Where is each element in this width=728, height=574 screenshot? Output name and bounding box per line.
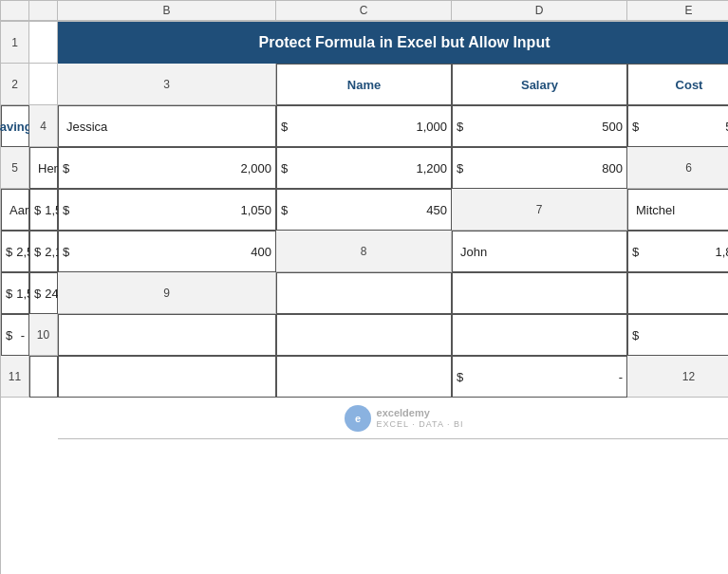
row-header-1: 1 — [1, 22, 29, 64]
cell-e8: $ 240 — [29, 272, 58, 314]
cell-d11[interactable] — [276, 356, 452, 398]
cell-b9[interactable] — [276, 272, 452, 314]
col-header-c: C — [276, 1, 452, 22]
th-salary: Salary — [452, 64, 627, 105]
cell-d5[interactable]: $ 1,200 — [276, 147, 452, 189]
cell-b11[interactable] — [29, 356, 58, 398]
row-header-3: 3 — [58, 64, 276, 105]
watermark-text: exceldemy EXCEL · DATA · BI — [377, 406, 464, 431]
cell-d10[interactable] — [452, 314, 627, 356]
cell-a2 — [29, 64, 58, 105]
cell-d7[interactable]: $ 2,100 — [29, 231, 58, 272]
watermark: e exceldemy EXCEL · DATA · BI — [345, 405, 464, 432]
col-header-b: B — [58, 1, 276, 22]
spreadsheet: B C D E 1 Protect Formula in Excel but A… — [0, 0, 728, 574]
cell-d9[interactable] — [627, 272, 728, 314]
cell-c6[interactable]: $ 1,500 — [29, 189, 58, 231]
title-text: Protect Formula in Excel but Allow Input — [259, 34, 551, 51]
cell-b10[interactable] — [58, 314, 276, 356]
cell-c9[interactable] — [452, 272, 627, 314]
cell-c5[interactable]: $ 2,000 — [58, 147, 276, 189]
corner-header — [1, 1, 29, 22]
cell-e4: $ 500 — [627, 105, 728, 147]
cell-c7[interactable]: $ 2,500 — [1, 231, 29, 272]
cell-b7[interactable]: Mitchel — [627, 189, 728, 231]
col-header-e: E — [627, 1, 728, 22]
row-header-4: 4 — [29, 105, 58, 147]
cell-c4[interactable]: $ 1,000 — [276, 105, 452, 147]
row-header-2: 2 — [1, 64, 29, 105]
cell-e6: $ 450 — [276, 189, 452, 231]
cell-c8[interactable]: $ 1,800 — [627, 231, 728, 272]
watermark-logo: e — [345, 405, 371, 432]
cell-d4[interactable]: $ 500 — [452, 105, 627, 147]
cell-e11: $ - — [452, 356, 627, 398]
cell-b4[interactable]: Jessica — [58, 105, 276, 147]
cell-a1 — [29, 22, 58, 64]
row-header-6: 6 — [627, 147, 728, 189]
th-cost: Cost — [627, 64, 728, 105]
row-header-12: 12 — [627, 356, 728, 398]
cell-b5[interactable]: Henderson — [29, 147, 58, 189]
col-header-d: D — [452, 1, 627, 22]
cell-b6[interactable]: Aaron — [1, 189, 29, 231]
cell-e5: $ 800 — [452, 147, 627, 189]
th-savings: Savings — [1, 105, 29, 147]
svg-text:e: e — [355, 413, 361, 424]
cell-c10[interactable] — [276, 314, 452, 356]
row-header-9: 9 — [58, 272, 276, 314]
row-header-5: 5 — [1, 147, 29, 189]
title-cell: Protect Formula in Excel but Allow Input — [58, 22, 728, 64]
cell-e7: $ 400 — [58, 231, 276, 272]
cell-e9: $ - — [1, 314, 29, 356]
col-header-empty — [29, 1, 58, 22]
th-name: Name — [276, 64, 452, 105]
row-header-8: 8 — [276, 231, 452, 272]
cell-c11[interactable] — [58, 356, 276, 398]
cell-d8[interactable]: $ 1,560 — [1, 272, 29, 314]
watermark-row: e exceldemy EXCEL · DATA · BI — [58, 398, 728, 439]
row-header-10: 10 — [29, 314, 58, 356]
row-header-11: 11 — [1, 356, 29, 398]
row-header-7: 7 — [452, 189, 627, 231]
cell-d6[interactable]: $ 1,050 — [58, 189, 276, 231]
cell-b8[interactable]: John — [452, 231, 627, 272]
cell-e10: $ - — [627, 314, 728, 356]
